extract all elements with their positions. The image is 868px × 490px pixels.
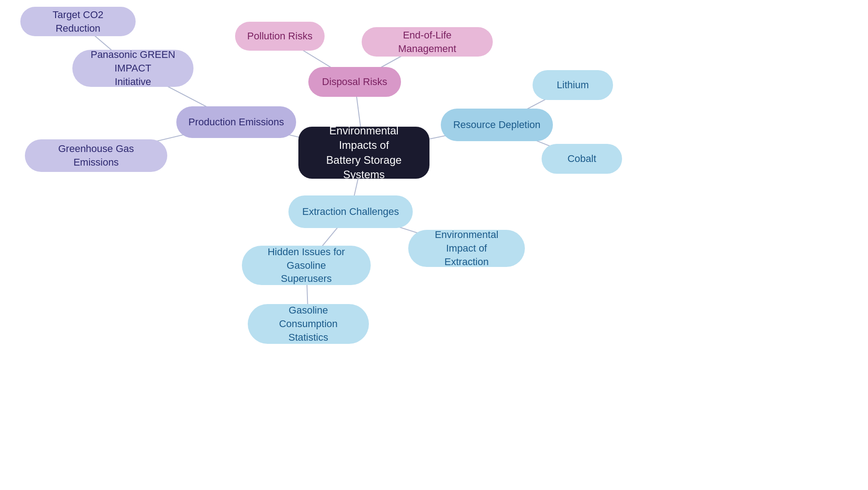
disposal-risks-node: Disposal Risks xyxy=(308,67,401,97)
end-of-life-label: End-of-Life Management xyxy=(373,29,482,55)
extraction-challenges-label: Extraction Challenges xyxy=(302,205,399,219)
extraction-challenges-node: Extraction Challenges xyxy=(288,195,413,228)
panasonic-node: Panasonic GREEN IMPACT Initiative xyxy=(72,50,193,87)
pollution-risks-label: Pollution Risks xyxy=(247,29,312,43)
lithium-label: Lithium xyxy=(557,78,589,92)
environmental-impact-node: Environmental Impact of Extraction xyxy=(408,230,525,267)
greenhouse-gas-label: Greenhouse Gas Emissions xyxy=(36,142,156,169)
center-label: Environmental Impacts of Battery Storage… xyxy=(309,124,419,182)
production-emissions-node: Production Emissions xyxy=(176,106,296,138)
resource-depletion-node: Resource Depletion xyxy=(441,109,553,141)
end-of-life-node: End-of-Life Management xyxy=(362,27,493,57)
cobalt-label: Cobalt xyxy=(567,152,596,166)
center-node: Environmental Impacts of Battery Storage… xyxy=(298,127,429,179)
greenhouse-gas-node: Greenhouse Gas Emissions xyxy=(25,139,167,172)
pollution-risks-node: Pollution Risks xyxy=(235,22,325,51)
target-co2-node: Target CO2 Reduction xyxy=(20,7,136,36)
cobalt-node: Cobalt xyxy=(542,144,622,174)
hidden-issues-node: Hidden Issues for Gasoline Superusers xyxy=(242,246,371,285)
hidden-issues-label: Hidden Issues for Gasoline Superusers xyxy=(253,245,360,285)
target-co2-label: Target CO2 Reduction xyxy=(31,8,125,35)
resource-depletion-label: Resource Depletion xyxy=(453,118,540,132)
gasoline-consumption-label: Gasoline Consumption Statistics xyxy=(259,304,358,344)
environmental-impact-label: Environmental Impact of Extraction xyxy=(419,228,514,268)
disposal-risks-label: Disposal Risks xyxy=(322,75,387,89)
gasoline-consumption-node: Gasoline Consumption Statistics xyxy=(248,304,369,344)
production-emissions-label: Production Emissions xyxy=(189,115,284,129)
lithium-node: Lithium xyxy=(533,70,613,100)
panasonic-label: Panasonic GREEN IMPACT Initiative xyxy=(83,48,183,88)
